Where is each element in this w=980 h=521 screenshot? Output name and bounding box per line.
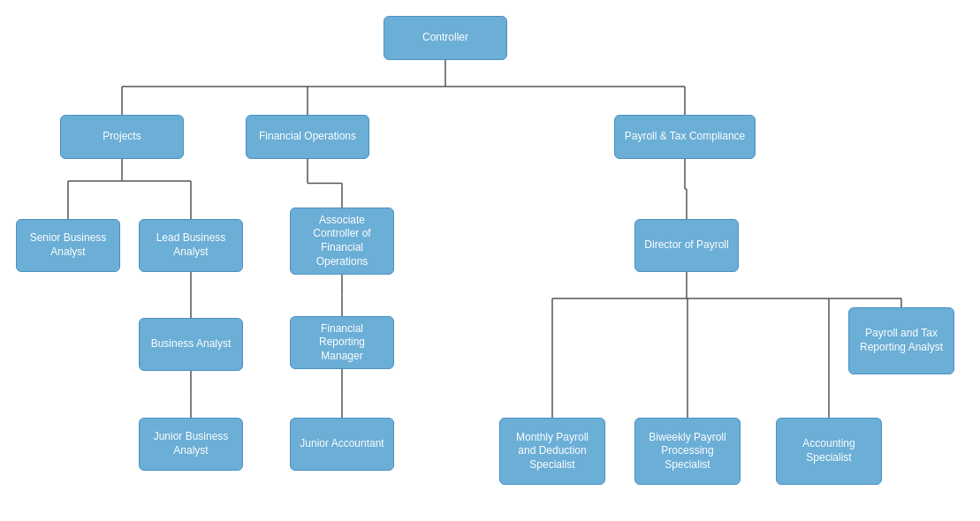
node-accountingSpec: Accounting Specialist [776,418,882,485]
node-seniorBA: Senior Business Analyst [16,219,120,272]
node-finReportMgr: Financial Reporting Manager [290,316,394,369]
node-businessAnalyst: Business Analyst [139,318,243,371]
node-leadBA: Lead Business Analyst [139,219,243,272]
node-payrollTax: Payroll & Tax Compliance [614,115,756,159]
node-monthlyPayroll: Monthly Payroll and Deduction Specialist [499,418,605,485]
node-finOps: Financial Operations [246,115,369,159]
node-payrollTaxAnalyst: Payroll and Tax Reporting Analyst [848,307,954,374]
node-assocController: Associate Controller of Financial Operat… [290,208,394,275]
node-dirPayroll: Director of Payroll [634,219,739,272]
node-projects: Projects [60,115,184,159]
node-controller: Controller [384,16,507,60]
node-juniorBA: Junior Business Analyst [139,418,243,471]
node-juniorAccountant: Junior Accountant [290,418,394,471]
node-biweeklyPayroll: Biweekly Payroll Processing Specialist [634,418,741,485]
org-chart: ControllerProjectsFinancial OperationsPa… [0,0,980,521]
